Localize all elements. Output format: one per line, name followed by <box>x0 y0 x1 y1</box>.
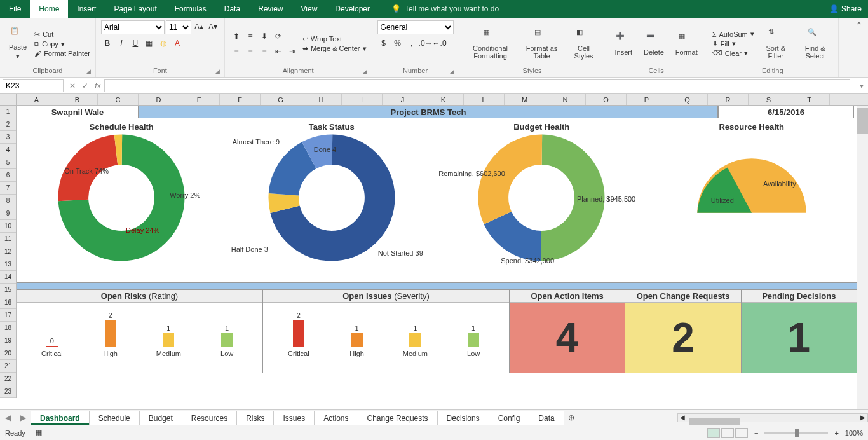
column-header[interactable]: G <box>261 94 301 105</box>
tab-nav-next[interactable]: ▶ <box>15 413 31 422</box>
scroll-right[interactable]: ▶ <box>858 414 867 421</box>
column-header[interactable]: Q <box>667 94 708 105</box>
vertical-scrollbar[interactable] <box>857 106 868 409</box>
row-header[interactable]: 6 <box>0 169 16 182</box>
sheet-tab[interactable]: Dashboard <box>31 411 90 425</box>
align-bottom-button[interactable]: ⬇ <box>258 30 271 43</box>
dialog-launcher[interactable]: ◢ <box>363 68 370 76</box>
column-header[interactable]: A <box>17 94 57 105</box>
align-right-button[interactable]: ≡ <box>258 45 271 58</box>
sheet-tab[interactable]: Actions <box>314 411 358 425</box>
row-header[interactable]: 7 <box>0 182 16 195</box>
delete-cells-button[interactable]: ➖Delete <box>640 31 668 57</box>
collapse-ribbon-button[interactable]: ⌃ <box>850 18 868 77</box>
font-name-combo[interactable]: Arial <box>101 20 165 34</box>
column-header[interactable]: R <box>708 94 749 105</box>
find-select-button[interactable]: 🔍Find & Select <box>797 27 833 61</box>
sheet-tab[interactable]: Config <box>489 411 530 425</box>
sheet-canvas[interactable]: Swapnil Wale Project BRMS Tech 6/15/2016… <box>17 106 857 409</box>
row-header[interactable]: 22 <box>0 373 16 385</box>
align-left-button[interactable]: ≡ <box>230 45 243 58</box>
row-header[interactable]: 10 <box>0 220 16 233</box>
italic-button[interactable]: I <box>115 37 128 50</box>
view-normal-button[interactable] <box>707 428 720 438</box>
column-header[interactable]: O <box>586 94 627 105</box>
row-header[interactable]: 13 <box>0 258 16 271</box>
border-button[interactable]: ▦ <box>143 37 156 50</box>
row-header[interactable]: 1 <box>0 106 16 118</box>
column-header[interactable]: T <box>789 94 830 105</box>
view-page-layout-button[interactable] <box>721 428 734 438</box>
scrollbar-thumb[interactable] <box>857 108 868 134</box>
add-sheet-button[interactable]: ⊕ <box>564 413 579 422</box>
cancel-formula-button[interactable]: ✕ <box>66 81 79 90</box>
currency-button[interactable]: $ <box>377 37 390 50</box>
dialog-launcher[interactable]: ◢ <box>86 68 94 76</box>
fill-button[interactable]: ⬇Fill▾ <box>712 39 754 48</box>
decrease-indent-button[interactable]: ⇤ <box>272 45 285 58</box>
column-header[interactable]: D <box>139 94 179 105</box>
autosum-button[interactable]: ΣAutoSum▾ <box>712 30 754 38</box>
view-page-break-button[interactable] <box>735 428 748 438</box>
align-top-button[interactable]: ⬆ <box>230 30 243 43</box>
row-header[interactable]: 17 <box>0 309 16 322</box>
tab-developer[interactable]: Developer <box>326 0 379 18</box>
column-header[interactable]: L <box>464 94 505 105</box>
increase-indent-button[interactable]: ⇥ <box>286 45 299 58</box>
row-header[interactable]: 8 <box>0 195 16 207</box>
row-header[interactable]: 15 <box>0 284 16 296</box>
format-cells-button[interactable]: ▦Format <box>672 31 702 57</box>
fx-button[interactable]: fx <box>92 81 104 90</box>
cell-styles-button[interactable]: ◧Cell Styles <box>567 27 600 61</box>
row-header[interactable]: 9 <box>0 207 16 220</box>
column-header[interactable]: M <box>505 94 545 105</box>
sheet-tab[interactable]: Issues <box>273 411 315 425</box>
align-middle-button[interactable]: ≡ <box>244 30 257 43</box>
number-format-combo[interactable]: General <box>377 20 454 34</box>
row-header[interactable]: 23 <box>0 385 16 398</box>
row-header[interactable]: 4 <box>0 144 16 156</box>
zoom-slider[interactable] <box>764 432 828 434</box>
tab-review[interactable]: Review <box>249 0 292 18</box>
sheet-tab[interactable]: Budget <box>139 411 182 425</box>
percent-button[interactable]: % <box>391 37 404 50</box>
row-header[interactable]: 16 <box>0 296 16 309</box>
scroll-left[interactable]: ◀ <box>678 414 687 421</box>
sheet-tab[interactable]: Change Requests <box>358 411 438 425</box>
scrollbar-thumb[interactable] <box>689 418 740 425</box>
wrap-text-button[interactable]: ↩Wrap Text <box>302 35 367 43</box>
expand-formula-bar[interactable]: ▾ <box>855 81 868 90</box>
column-header[interactable]: P <box>627 94 667 105</box>
dialog-launcher[interactable]: ◢ <box>450 68 458 76</box>
tab-page-layout[interactable]: Page Layout <box>105 0 165 18</box>
name-box[interactable] <box>3 79 64 92</box>
row-header[interactable]: 18 <box>0 322 16 334</box>
tab-formulas[interactable]: Formulas <box>166 0 215 18</box>
column-header[interactable]: F <box>220 94 261 105</box>
dialog-launcher[interactable]: ◢ <box>215 68 223 76</box>
row-header[interactable]: 12 <box>0 245 16 258</box>
share-button[interactable]: 👤 Share <box>829 4 862 13</box>
sheet-tab[interactable]: Decisions <box>437 411 489 425</box>
row-header[interactable]: 20 <box>0 347 16 360</box>
cut-button[interactable]: ✂Cut <box>34 31 90 39</box>
font-size-combo[interactable]: 11 <box>166 20 191 34</box>
sheet-tab[interactable]: Data <box>529 411 564 425</box>
copy-button[interactable]: ⧉Copy▾ <box>34 40 90 48</box>
tab-insert[interactable]: Insert <box>68 0 105 18</box>
enter-formula-button[interactable]: ✓ <box>79 81 92 90</box>
sheet-tab[interactable]: Risks <box>236 411 274 425</box>
decrease-font-button[interactable]: A▾ <box>207 20 219 33</box>
column-header[interactable]: H <box>301 94 342 105</box>
decrease-decimal-button[interactable]: ←.0 <box>433 37 446 50</box>
orientation-button[interactable]: ⟳ <box>272 30 285 43</box>
merge-center-button[interactable]: ⬌Merge & Center▾ <box>302 45 367 53</box>
column-header[interactable]: C <box>98 94 139 105</box>
comma-button[interactable]: , <box>405 37 418 50</box>
sheet-tab[interactable]: Schedule <box>89 411 140 425</box>
column-header[interactable]: S <box>749 94 789 105</box>
insert-cells-button[interactable]: ➕Insert <box>611 31 637 57</box>
row-header[interactable]: 3 <box>0 131 16 144</box>
row-header[interactable]: 5 <box>0 156 16 169</box>
column-header[interactable]: K <box>423 94 464 105</box>
